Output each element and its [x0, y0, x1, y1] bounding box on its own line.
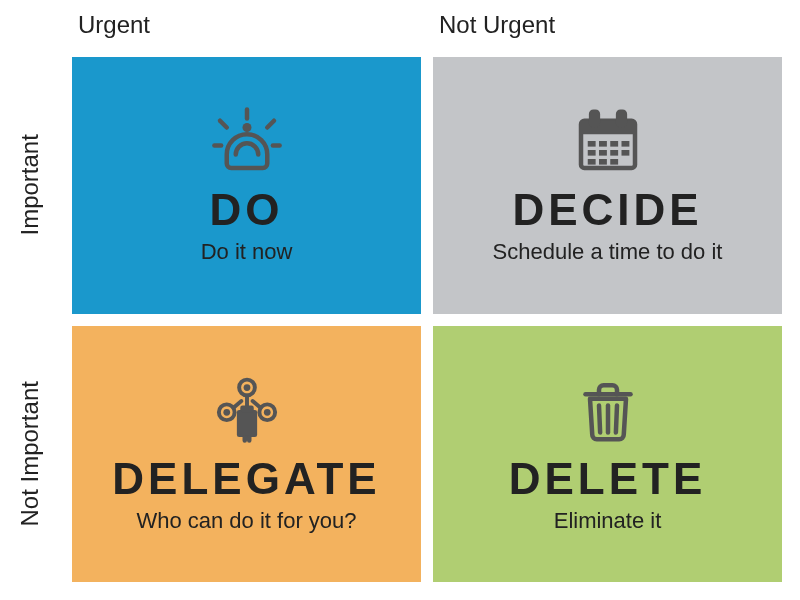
- column-label: Urgent: [78, 11, 150, 39]
- svg-line-2: [267, 121, 274, 128]
- quadrant-title: DELEGATE: [112, 456, 380, 502]
- quadrant-subtitle: Schedule a time to do it: [493, 239, 723, 265]
- svg-line-28: [233, 401, 241, 408]
- svg-rect-30: [236, 410, 256, 437]
- row-header-not-important: Not Important: [0, 326, 60, 583]
- svg-rect-14: [587, 150, 595, 156]
- quadrant-title: DELETE: [509, 456, 707, 502]
- svg-line-1: [220, 121, 227, 128]
- svg-rect-11: [599, 141, 607, 147]
- eisenhower-matrix: Urgent Not Urgent Important Not Importan…: [0, 0, 800, 600]
- row-label: Not Important: [16, 381, 44, 526]
- quadrant-delete: DELETE Eliminate it: [433, 326, 782, 583]
- alarm-icon: [211, 105, 283, 177]
- axis-corner: [0, 0, 60, 45]
- calendar-icon: [572, 105, 644, 177]
- svg-rect-13: [621, 141, 629, 147]
- quadrant-decide: DECIDE Schedule a time to do it: [433, 57, 782, 314]
- svg-point-5: [242, 123, 251, 132]
- quadrant-do: DO Do it now: [72, 57, 421, 314]
- svg-rect-18: [587, 159, 595, 165]
- svg-rect-20: [610, 159, 618, 165]
- svg-point-26: [263, 409, 270, 416]
- quadrant-title: DECIDE: [512, 187, 702, 233]
- svg-rect-31: [240, 405, 254, 412]
- svg-rect-15: [599, 150, 607, 156]
- svg-point-22: [243, 384, 250, 391]
- quadrant-delegate: DELEGATE Who can do it for you?: [72, 326, 421, 583]
- svg-line-29: [252, 401, 260, 408]
- column-header-urgent: Urgent: [72, 0, 421, 45]
- svg-rect-12: [610, 141, 618, 147]
- column-label: Not Urgent: [439, 11, 555, 39]
- column-header-not-urgent: Not Urgent: [433, 0, 782, 45]
- quadrant-title: DO: [210, 187, 284, 233]
- svg-rect-8: [591, 112, 598, 126]
- quadrant-subtitle: Who can do it for you?: [136, 508, 356, 534]
- row-header-important: Important: [0, 57, 60, 314]
- people-icon: [211, 374, 283, 446]
- svg-rect-17: [621, 150, 629, 156]
- svg-line-32: [599, 405, 600, 432]
- svg-rect-19: [599, 159, 607, 165]
- row-label: Important: [16, 135, 44, 236]
- svg-rect-10: [587, 141, 595, 147]
- quadrant-subtitle: Eliminate it: [554, 508, 662, 534]
- svg-rect-9: [618, 112, 625, 126]
- svg-rect-16: [610, 150, 618, 156]
- quadrant-subtitle: Do it now: [201, 239, 293, 265]
- svg-point-24: [223, 409, 230, 416]
- trash-icon: [572, 374, 644, 446]
- svg-line-34: [615, 405, 616, 432]
